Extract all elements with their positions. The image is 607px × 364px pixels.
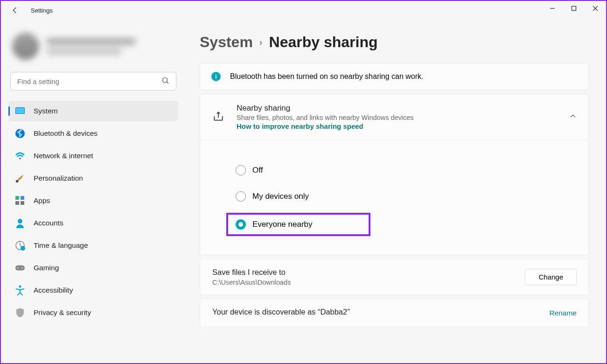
svg-rect-16	[15, 266, 25, 271]
accessibility-icon	[15, 285, 25, 295]
sidebar-item-privacy[interactable]: Privacy & security	[8, 302, 178, 323]
nearby-sharing-card: Nearby sharing Share files, photos, and …	[200, 94, 589, 255]
expander-title: Nearby sharing	[237, 104, 569, 113]
breadcrumb: System › Nearby sharing	[200, 34, 589, 51]
highlighted-selection: Everyone nearby	[226, 213, 370, 236]
sidebar-item-system[interactable]: System	[8, 101, 178, 121]
apps-icon	[15, 196, 25, 206]
radio-off[interactable]: Off	[236, 161, 570, 180]
svg-rect-12	[21, 201, 24, 205]
system-icon	[15, 106, 25, 116]
improve-speed-link[interactable]: How to improve nearby sharing speed	[237, 122, 569, 130]
clock-icon	[15, 240, 25, 251]
sidebar-item-label: System	[34, 107, 58, 115]
svg-rect-5	[16, 108, 24, 113]
sidebar-item-label: Privacy & security	[34, 308, 91, 317]
sidebar-item-label: Network & internet	[34, 152, 93, 160]
sidebar-item-time[interactable]: Time & language	[8, 235, 178, 256]
svg-point-2	[162, 77, 167, 83]
page-title: Nearby sharing	[269, 34, 378, 51]
radio-label: Off	[252, 166, 263, 175]
rename-link[interactable]: Rename	[549, 309, 577, 317]
svg-point-19	[19, 286, 21, 288]
minimize-button[interactable]	[542, 1, 563, 16]
search-input[interactable]	[10, 72, 176, 91]
sidebar-item-label: Bluetooth & devices	[34, 129, 98, 138]
info-banner: i Bluetooth has been turned on so nearby…	[200, 63, 589, 90]
svg-rect-9	[15, 196, 19, 200]
search-icon	[161, 77, 170, 87]
svg-point-15	[21, 246, 25, 251]
radio-everyone[interactable]: Everyone nearby	[236, 219, 313, 230]
sidebar-item-label: Accounts	[34, 219, 63, 227]
svg-point-17	[17, 267, 19, 269]
back-button[interactable]	[10, 6, 20, 15]
save-location-row: Save files I receive to C:\Users\Asus\Do…	[200, 259, 589, 295]
sidebar-item-label: Apps	[34, 196, 50, 205]
svg-point-7	[19, 157, 21, 159]
svg-point-8	[16, 180, 19, 183]
sidebar-item-label: Accessibility	[34, 286, 73, 294]
sidebar-item-label: Gaming	[34, 264, 59, 272]
save-title: Save files I receive to	[212, 268, 525, 277]
sidebar-item-accounts[interactable]: Accounts	[8, 213, 178, 233]
brush-icon	[15, 173, 25, 183]
sidebar-item-apps[interactable]: Apps	[8, 190, 178, 211]
window-title: Settings	[31, 7, 53, 14]
radio-my-devices[interactable]: My devices only	[236, 187, 570, 206]
radio-label: My devices only	[252, 192, 309, 201]
svg-point-13	[18, 219, 22, 224]
profile-block[interactable]	[7, 28, 179, 69]
banner-text: Bluetooth has been turned on so nearby s…	[230, 72, 424, 81]
chevron-up-icon	[569, 112, 577, 122]
radio-icon	[236, 165, 246, 175]
radio-icon	[236, 191, 246, 202]
svg-line-3	[167, 82, 168, 84]
person-icon	[15, 218, 25, 228]
save-path: C:\Users\Asus\Downloads	[212, 279, 525, 286]
sidebar-item-bluetooth[interactable]: Bluetooth & devices	[8, 123, 178, 144]
svg-point-18	[21, 267, 23, 269]
expander-subtitle: Share files, photos, and links with near…	[237, 114, 569, 121]
sharing-mode-radios: Off My devices only Everyone nearby	[200, 140, 589, 255]
share-icon	[212, 110, 224, 124]
avatar	[12, 33, 39, 60]
sidebar-item-label: Time & language	[34, 241, 88, 250]
info-icon: i	[211, 72, 221, 81]
close-button[interactable]	[585, 1, 606, 16]
sidebar-item-network[interactable]: Network & internet	[8, 146, 178, 166]
svg-rect-1	[572, 7, 576, 11]
sidebar-item-label: Personalization	[34, 174, 83, 182]
nav-list: System Bluetooth & devices Network & int…	[7, 99, 179, 363]
bluetooth-icon	[15, 128, 25, 139]
maximize-button[interactable]	[563, 1, 585, 16]
sidebar-item-accessibility[interactable]: Accessibility	[8, 280, 178, 301]
svg-rect-11	[15, 201, 19, 205]
change-button[interactable]: Change	[525, 269, 577, 285]
sidebar-item-gaming[interactable]: Gaming	[8, 258, 178, 278]
sidebar: System Bluetooth & devices Network & int…	[1, 20, 183, 363]
discoverable-row: Your device is discoverable as “Dabba2” …	[200, 299, 589, 327]
content-area: System › Nearby sharing i Bluetooth has …	[183, 20, 606, 363]
svg-rect-10	[21, 196, 24, 200]
discoverable-text: Your device is discoverable as “Dabba2”	[212, 308, 549, 316]
shield-icon	[15, 308, 25, 318]
chevron-right-icon: ›	[259, 37, 263, 48]
wifi-icon	[15, 151, 25, 161]
radio-icon-checked	[236, 219, 246, 230]
radio-label: Everyone nearby	[252, 220, 313, 229]
sidebar-item-personalization[interactable]: Personalization	[8, 168, 178, 189]
breadcrumb-parent[interactable]: System	[200, 34, 253, 51]
expander-header[interactable]: Nearby sharing Share files, photos, and …	[200, 94, 589, 140]
gamepad-icon	[15, 263, 25, 273]
